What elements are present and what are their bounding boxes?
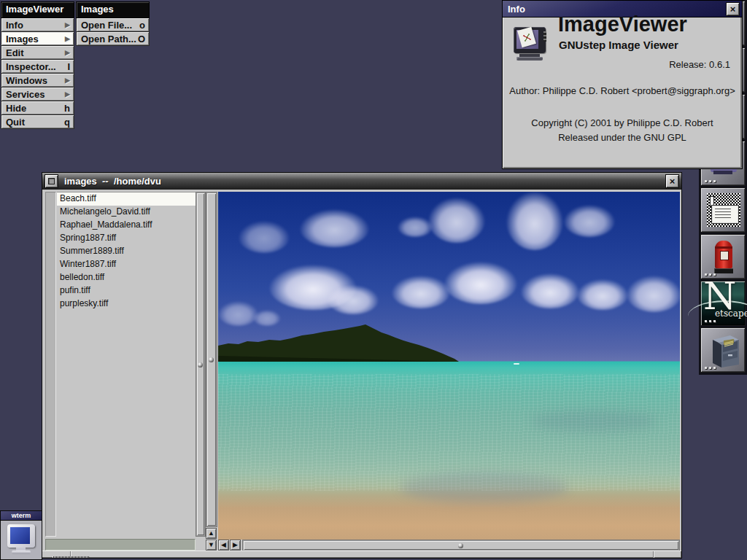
menu-item-label: Edit — [6, 47, 24, 58]
menu-item-label: Services — [6, 89, 45, 100]
cloud — [428, 198, 485, 243]
scrollbar-knob[interactable] — [197, 193, 204, 535]
list-item[interactable]: Michelangelo_David.tiff — [57, 206, 196, 219]
scrollbar-dimple — [209, 357, 214, 362]
menu-item-inspector[interactable]: Inspector...I — [1, 60, 74, 74]
dock-tile-mail[interactable] — [700, 187, 746, 233]
file-list: Beach.tiffMichelangelo_David.tiffRaphael… — [57, 192, 196, 537]
scrollbar-knob[interactable] — [207, 193, 216, 526]
list-item[interactable]: Spring1887.tiff — [57, 232, 196, 245]
license-label: Released under the GNU GPL — [503, 132, 742, 143]
scroll-right-button[interactable]: ▶ — [230, 540, 241, 551]
scroll-left-button[interactable]: ◀ — [218, 540, 229, 551]
miniwindow-wterm[interactable]: wterm — [0, 510, 42, 560]
postbox-icon — [714, 241, 733, 274]
close-icon: × — [730, 4, 736, 14]
list-item[interactable]: Summer1889.tiff — [57, 245, 196, 258]
list-item[interactable]: Winter1887.tiff — [57, 258, 196, 271]
menu-item-label: Quit — [6, 117, 25, 128]
dock-tile-postbox[interactable] — [700, 234, 746, 279]
scroll-left-icon: ◀ — [221, 542, 226, 548]
window-resize-bar[interactable] — [42, 551, 681, 558]
scrollbar-knob[interactable] — [244, 541, 678, 550]
desktop: N etscape images -- /hom — [0, 0, 747, 560]
menu-item-edit[interactable]: Edit▶ — [1, 46, 74, 60]
main-menu-items: Info▶Images▶Edit▶Inspector...IWindows▶Se… — [1, 18, 74, 129]
image-vertical-scrollbar[interactable] — [206, 192, 217, 527]
window-content: Beach.tiffMichelangelo_David.tiffRaphael… — [42, 190, 681, 551]
menu-item-label: Inspector... — [6, 61, 56, 72]
horizon-boat-speck — [514, 363, 519, 365]
main-menu-title[interactable]: ImageViewer — [1, 1, 74, 18]
menu-item-services[interactable]: Services▶ — [1, 88, 74, 101]
file-cabinet-icon — [708, 332, 740, 369]
release-label: Release: 0.6.1 — [669, 59, 730, 70]
sand-shadow — [532, 411, 656, 432]
window-titlebar[interactable]: images -- /home/dvu × — [42, 173, 681, 190]
list-item[interactable]: belledon.tiff — [57, 271, 196, 284]
scroll-up-icon: ▲ — [208, 530, 214, 537]
menu-item-quit[interactable]: Quitq — [1, 115, 74, 129]
scroll-down-button[interactable]: ▼ — [206, 540, 217, 551]
cloud — [300, 209, 369, 247]
app-subtitle: GNUstep Image Viewer — [559, 39, 678, 51]
cloud — [521, 273, 579, 308]
list-item[interactable]: Beach.tiff — [57, 192, 196, 206]
miniaturize-icon — [48, 178, 55, 184]
list-vertical-scrollbar[interactable] — [196, 192, 206, 537]
image-canvas-beach — [218, 192, 680, 540]
list-item[interactable]: purplesky.tiff — [57, 298, 196, 311]
menu-key-label: I — [67, 61, 70, 72]
cloud — [218, 301, 258, 326]
menu-item-label: Open File... — [81, 20, 132, 31]
dock-tile-file-cabinet[interactable] — [700, 327, 746, 373]
close-button[interactable]: × — [665, 174, 679, 188]
menu-item-open-file[interactable]: Open File...o — [76, 18, 150, 32]
app-name: ImageViewer — [558, 12, 687, 36]
list-item[interactable]: Raphael_Maddalena.tiff — [57, 219, 196, 232]
menu-item-label: Windows — [6, 75, 47, 86]
menu-key-label: q — [64, 117, 70, 128]
netscape-label: etscape — [715, 308, 747, 319]
cloud — [506, 192, 563, 250]
menu-key-label: h — [64, 103, 70, 114]
appicon-dots — [705, 367, 716, 369]
menu-item-windows[interactable]: Windows▶ — [1, 74, 74, 88]
close-icon: × — [670, 176, 676, 186]
resize-dotted-marker — [53, 556, 89, 558]
main-menu: ImageViewer Info▶Images▶Edit▶Inspector..… — [1, 1, 74, 129]
list-item[interactable]: pufin.tiff — [57, 284, 196, 298]
menu-item-hide[interactable]: Hideh — [1, 101, 74, 115]
cloud — [627, 276, 680, 312]
menu-item-label: Info — [6, 20, 23, 31]
scroll-down-icon: ▼ — [208, 542, 214, 548]
images-submenu-title[interactable]: Images — [76, 1, 150, 18]
island-silhouette — [218, 324, 459, 362]
sand-shadow — [400, 472, 568, 503]
cloud — [239, 221, 290, 253]
image-horizontal-scrollbar[interactable] — [242, 540, 680, 551]
resize-notch — [653, 551, 654, 558]
menu-key-label: o — [139, 20, 145, 31]
wterm-terminal-icon — [7, 524, 36, 555]
cloud — [398, 217, 433, 237]
list-horizontal-scrollbar-track[interactable] — [45, 539, 196, 551]
menu-item-open-path[interactable]: Open Path...O — [76, 32, 150, 46]
submenu-arrow-icon: ▶ — [65, 35, 70, 42]
scroll-up-button[interactable]: ▲ — [206, 528, 217, 539]
list-left-scrollbar-track[interactable] — [45, 192, 56, 537]
close-button[interactable]: × — [726, 2, 740, 16]
info-panel-title: Info — [508, 4, 525, 15]
author-label: Author: Philippe C.D. Robert <probert@si… — [503, 85, 742, 96]
cloud — [328, 285, 379, 314]
menu-item-info[interactable]: Info▶ — [1, 18, 74, 32]
info-panel: Info × ImageViewer GNUstep Image Viewer … — [502, 0, 743, 169]
menu-item-images[interactable]: Images▶ — [1, 32, 74, 46]
menu-item-label: Hide — [6, 103, 26, 114]
miniaturize-button[interactable] — [44, 174, 58, 188]
images-submenu: Images Open File...oOpen Path...O — [76, 1, 150, 46]
scrollbar-dimple — [198, 362, 203, 368]
cloud — [577, 279, 628, 310]
dock-tile-netscape[interactable]: N etscape — [700, 281, 746, 326]
images-submenu-items: Open File...oOpen Path...O — [76, 18, 150, 46]
